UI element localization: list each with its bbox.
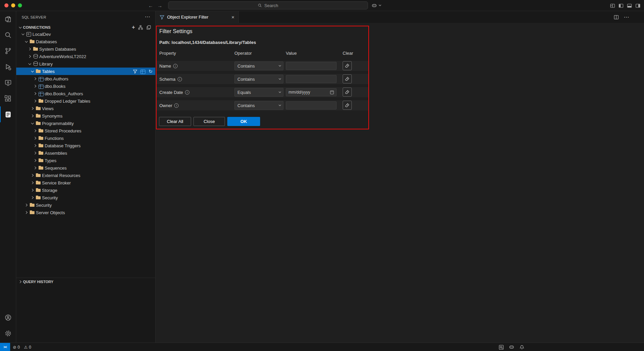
tree-item-views[interactable]: Views	[16, 105, 155, 112]
ok-button[interactable]: OK	[227, 117, 260, 126]
more-actions-icon[interactable]: ⋯	[624, 14, 629, 20]
zoom-icon[interactable]	[499, 345, 504, 350]
info-icon[interactable]	[178, 77, 182, 81]
refresh-icon[interactable]: ↻	[148, 69, 153, 74]
window-close-button[interactable]	[4, 3, 8, 7]
value-input[interactable]	[286, 75, 337, 83]
sidebar-more-actions-icon[interactable]: ⋯	[145, 14, 150, 20]
split-editor-icon[interactable]	[614, 15, 619, 20]
chevron-right-icon[interactable]	[32, 150, 38, 156]
chevron-right-icon[interactable]	[30, 195, 35, 200]
tab-object-explorer-filter[interactable]: Object Explorer Filter ×	[156, 11, 239, 23]
clear-row-button[interactable]	[343, 61, 352, 70]
chevron-down-icon[interactable]	[24, 39, 29, 44]
tree-item-dbo-authors[interactable]: dbo.Authors	[16, 75, 155, 82]
clear-row-button[interactable]	[343, 74, 352, 83]
chevron-right-icon[interactable]	[32, 143, 38, 148]
customize-layout-icon[interactable]	[610, 3, 615, 8]
window-zoom-button[interactable]	[18, 3, 22, 7]
chevron-right-icon[interactable]	[24, 202, 29, 208]
date-input[interactable]: mm/dd/yyyy	[286, 88, 337, 96]
calendar-icon[interactable]	[330, 91, 334, 94]
chevron-right-icon[interactable]	[30, 113, 35, 119]
info-icon[interactable]	[185, 90, 189, 95]
settings-gear-icon[interactable]	[0, 325, 16, 341]
tree-item-localdev[interactable]: LocalDev	[16, 30, 155, 38]
chevron-right-icon[interactable]	[32, 158, 38, 163]
tree-item-dropped-ledger-tables[interactable]: Dropped Ledger Tables	[16, 97, 155, 105]
chevron-down-icon[interactable]	[27, 61, 32, 67]
copilot-icon[interactable]	[509, 344, 514, 350]
search-box[interactable]: Search	[168, 1, 368, 9]
tree-item-sequences[interactable]: Sequences	[16, 164, 155, 172]
info-icon[interactable]	[174, 103, 179, 108]
toggle-primary-sidebar-icon[interactable]	[618, 3, 624, 8]
clear-row-button[interactable]	[343, 87, 352, 97]
tree-item-system-databases[interactable]: System Databases	[16, 45, 155, 53]
toggle-secondary-sidebar-icon[interactable]	[635, 3, 641, 8]
chevron-right-icon[interactable]	[27, 46, 32, 52]
chevron-right-icon[interactable]	[32, 91, 38, 96]
value-input[interactable]	[286, 101, 337, 109]
window-minimize-button[interactable]	[11, 3, 15, 7]
remote-indicator[interactable]: ><	[0, 343, 10, 351]
edit-table-icon[interactable]	[140, 69, 146, 74]
close-button[interactable]: Close	[193, 117, 225, 126]
chevron-right-icon[interactable]	[30, 187, 35, 193]
tree-item-types[interactable]: Types	[16, 157, 155, 164]
clear-all-button[interactable]: Clear All	[159, 117, 191, 126]
tree-item-storage[interactable]: Storage	[16, 186, 155, 194]
back-button[interactable]: ←	[148, 3, 153, 8]
tree-item-service-broker[interactable]: Service Broker	[16, 179, 155, 186]
operator-select[interactable]: Contains	[234, 101, 283, 110]
clear-row-button[interactable]	[343, 101, 352, 110]
chevron-right-icon[interactable]	[30, 106, 35, 111]
chevron-right-icon[interactable]	[18, 279, 23, 284]
tree-item-databases[interactable]: Databases	[16, 38, 155, 45]
chevron-right-icon[interactable]	[32, 83, 38, 89]
info-icon[interactable]	[173, 64, 178, 68]
bell-icon[interactable]	[519, 345, 525, 350]
close-icon[interactable]: ×	[231, 14, 234, 20]
account-icon[interactable]	[0, 309, 16, 325]
chevron-right-icon[interactable]	[30, 180, 35, 185]
tree-item-assemblies[interactable]: Assemblies	[16, 149, 155, 157]
tree-item-external-resources[interactable]: External Resources	[16, 172, 155, 179]
chevron-right-icon[interactable]	[30, 173, 35, 178]
remote-explorer-icon[interactable]	[0, 75, 16, 91]
add-connection-icon[interactable]: +	[132, 25, 135, 30]
connection-groups-icon[interactable]	[138, 25, 143, 30]
chevron-down-icon[interactable]	[30, 69, 35, 74]
chevron-down-icon[interactable]	[30, 121, 35, 126]
chevron-right-icon[interactable]	[32, 98, 38, 104]
tree-item-dbo-books-authors[interactable]: dbo.Books_Authors	[16, 90, 155, 97]
chevron-right-icon[interactable]	[24, 210, 29, 215]
tree-item-functions[interactable]: Functions	[16, 134, 155, 142]
search-activity-icon[interactable]	[0, 27, 16, 43]
chevron-right-icon[interactable]	[27, 54, 32, 59]
forward-button[interactable]: →	[157, 3, 162, 8]
value-input[interactable]	[286, 62, 337, 70]
copilot-button[interactable]	[371, 2, 382, 9]
tree-item-security-db[interactable]: Security	[16, 194, 155, 201]
tree-item-dbo-books[interactable]: dbo.Books	[16, 82, 155, 90]
sql-server-extension-icon[interactable]	[0, 106, 16, 122]
chevron-right-icon[interactable]	[32, 76, 38, 81]
filter-icon[interactable]	[133, 69, 137, 74]
tree-item-library[interactable]: Library	[16, 60, 155, 68]
tree-item-adventureworks[interactable]: AdventureWorksLT2022	[16, 53, 155, 60]
query-history-section-header[interactable]: QUERY HISTORY	[16, 278, 155, 285]
tree-item-stored-procedures[interactable]: Stored Procedures	[16, 127, 155, 134]
tree-item-security-server[interactable]: Security	[16, 201, 155, 209]
chevron-right-icon[interactable]	[32, 165, 38, 171]
tree-item-tables[interactable]: Tables ↻	[16, 68, 155, 75]
chevron-right-icon[interactable]	[32, 128, 38, 133]
operator-select[interactable]: Contains	[234, 75, 283, 83]
chevron-right-icon[interactable]	[32, 135, 38, 141]
connections-section-header[interactable]: CONNECTIONS +	[16, 24, 155, 31]
explorer-icon[interactable]	[0, 11, 16, 27]
tree-item-programmability[interactable]: Programmability	[16, 120, 155, 127]
extensions-icon[interactable]	[0, 91, 16, 106]
chevron-down-icon[interactable]	[18, 25, 23, 30]
tree-item-server-objects[interactable]: Server Objects	[16, 209, 155, 216]
